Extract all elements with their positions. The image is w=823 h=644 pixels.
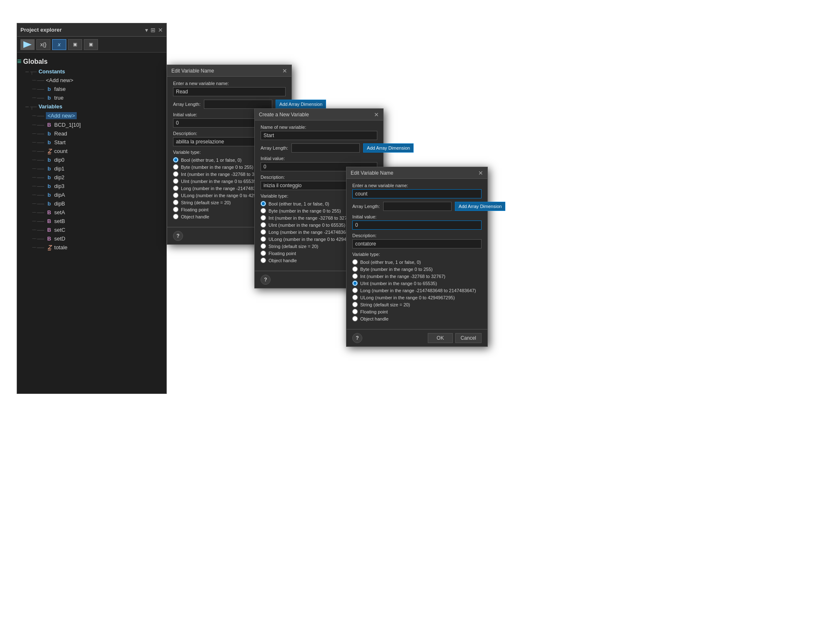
var-setD[interactable]: ┄┄ ── B setD (17, 234, 166, 243)
dialog3-radio-string-input[interactable] (352, 302, 358, 307)
dialog2-radio-byte-input[interactable] (261, 208, 266, 213)
dialog3-radio-ulong[interactable]: ULong (number in the range 0 to 42949672… (352, 294, 482, 301)
var-setC[interactable]: ┄┄ ── B setC (17, 226, 166, 234)
dialog1-radio-long-input[interactable] (173, 185, 178, 191)
dialog1-radio-uint-input[interactable] (173, 178, 178, 184)
dialog2-radio-string-label: String (default size = 20) (268, 244, 319, 249)
add-new-variables[interactable]: ┄┄ ── <Add new> (17, 111, 166, 120)
constants-label: Constants (38, 68, 65, 75)
tree-dash: ── (37, 245, 44, 251)
dialog3-radio-object[interactable]: Object handle (352, 315, 482, 322)
dialog3-radio-float[interactable]: Floating point (352, 308, 482, 315)
dialog3-radio-int[interactable]: Int (number in the range -32768 to 32767… (352, 273, 482, 280)
dialog1-varname-input[interactable] (173, 87, 286, 96)
constants-section[interactable]: ─ ┬─ Constants (17, 67, 166, 76)
dialog3-radio-float-input[interactable] (352, 309, 358, 314)
add-new-constants[interactable]: ┄┄ ── <Add new> (17, 76, 166, 85)
var-dip2[interactable]: ┄┄ ── b dip2 (17, 173, 166, 182)
dialog3-radio-long[interactable]: Long (number in the range -2147483648 to… (352, 287, 482, 294)
dialog1-radio-ulong-input[interactable] (173, 193, 178, 198)
dialog1-radio-float-input[interactable] (173, 207, 178, 212)
var-setA[interactable]: ┄┄ ── B setA (17, 208, 166, 217)
var-dipA[interactable]: ┄┄ ── b dipA (17, 190, 166, 199)
dialog3-radio-uint[interactable]: UInt (number in the range 0 to 65535) (352, 280, 482, 287)
var-totale[interactable]: ┄┄ ── Z̲ totale (17, 243, 166, 252)
dialog3-desc-input[interactable] (352, 239, 482, 248)
dialog2-add-array-btn[interactable]: Add Array Dimension (363, 143, 414, 153)
tree-minus-variables: ─ (25, 104, 29, 109)
dialog2-varname-input[interactable] (261, 131, 377, 140)
dialog3-help-btn[interactable]: ? (352, 333, 362, 343)
dialog3-radio-long-input[interactable] (352, 288, 358, 293)
pin-icon[interactable]: ⊞ (151, 27, 156, 33)
var-count[interactable]: ┄┄ ── Z̲ count (17, 147, 166, 155)
var-icon-count: Z̲ (46, 148, 53, 154)
dialog3-radio-byte-input[interactable] (352, 266, 358, 272)
var-dip0[interactable]: ┄┄ ── b dip0 (17, 155, 166, 164)
dialog1-radio-bool-input[interactable] (173, 157, 178, 163)
dialog1-array-input[interactable] (204, 100, 272, 109)
dialog1-close[interactable]: ✕ (282, 68, 287, 74)
dialog1-radio-float-label: Floating point (181, 207, 208, 212)
dialog2-radio-ulong-input[interactable] (261, 236, 266, 242)
dialog3-radio-bool-input[interactable] (352, 259, 358, 265)
dialog3-array-input[interactable] (383, 202, 452, 211)
dialog1-radio-byte-input[interactable] (173, 164, 178, 170)
dialog3-add-array-btn[interactable]: Add Array Dimension (455, 202, 505, 211)
dialog2-radio-uint-input[interactable] (261, 222, 266, 228)
dialog1-radio-object-input[interactable] (173, 214, 178, 219)
dialog3-initial-input[interactable] (352, 221, 482, 230)
dialog2-close[interactable]: ✕ (374, 111, 379, 118)
dialog2-help-btn[interactable]: ? (261, 275, 271, 285)
dialog3-radio-ulong-input[interactable] (352, 295, 358, 300)
close-icon[interactable]: ✕ (158, 27, 163, 33)
var-setA-label: setA (54, 209, 65, 216)
dialog2-radio-float-input[interactable] (261, 251, 266, 256)
dialog3-radio-uint-input[interactable] (352, 281, 358, 286)
dialog3-radio-object-input[interactable] (352, 316, 358, 321)
dialog1-radio-int-input[interactable] (173, 171, 178, 177)
tree-dash: ── (37, 192, 44, 198)
var-dipB[interactable]: ┄┄ ── b dipB (17, 199, 166, 208)
var-true[interactable]: ┄┄ ── b true (17, 93, 166, 102)
dialog3-cancel-btn[interactable]: Cancel (455, 333, 482, 343)
variables-section[interactable]: ─ ┬─ Variables (17, 102, 166, 111)
dialog3-radio-int-input[interactable] (352, 273, 358, 279)
dialog3-varname-input[interactable] (352, 189, 482, 198)
dialog2-radio-long-input[interactable] (261, 229, 266, 235)
var-read[interactable]: ┄┄ ── b Read (17, 129, 166, 138)
var-dip3[interactable]: ┄┄ ── b dip3 (17, 182, 166, 190)
dialog2-radio-object-input[interactable] (261, 258, 266, 263)
tool-btn-1[interactable] (20, 39, 35, 50)
dialog1-radio-string-input[interactable] (173, 200, 178, 205)
var-start[interactable]: ┄┄ ── b Start (17, 138, 166, 147)
dialog2-radio-string-input[interactable] (261, 243, 266, 249)
tree-dots: ┄┄ (32, 193, 35, 197)
tree-dash: ── (37, 218, 44, 224)
project-explorer-titlebar: Project explorer ▾ ⊞ ✕ (17, 23, 166, 37)
dialog2-radio-bool-input[interactable] (261, 201, 266, 206)
dialog2-array-input[interactable] (291, 143, 360, 153)
var-icon-dip2: b (46, 174, 53, 180)
dialog1-add-array-btn[interactable]: Add Array Dimension (276, 100, 326, 109)
tool-btn-2[interactable]: x{} (36, 39, 50, 50)
dialog2-radio-int-input[interactable] (261, 215, 266, 221)
dialog3-ok-btn[interactable]: OK (428, 333, 452, 343)
dialog3-radio-byte[interactable]: Byte (number in the range 0 to 255) (352, 266, 482, 273)
tree-dots: ┄┄ (32, 184, 35, 188)
dialog1-help-btn[interactable]: ? (173, 231, 183, 241)
tool-btn-3[interactable]: x (52, 39, 66, 50)
dialog3-radio-string[interactable]: String (default size = 20) (352, 301, 482, 308)
tree-dash: ── (37, 122, 44, 128)
dialog3-radio-bool[interactable]: Bool (either true, 1 or false, 0) (352, 258, 482, 266)
var-dip2-label: dip2 (54, 174, 65, 180)
var-bcd[interactable]: ┄┄ ── B BCD_1[10] (17, 120, 166, 129)
var-false[interactable]: ┄┄ ── b false (17, 85, 166, 93)
tool-btn-5[interactable]: ▣ (84, 39, 98, 50)
var-dip1[interactable]: ┄┄ ── b dip1 (17, 164, 166, 173)
globals-header[interactable]: ≡ Globals (17, 56, 166, 67)
var-setB[interactable]: ┄┄ ── B setB (17, 217, 166, 226)
dialog3-close[interactable]: ✕ (478, 170, 483, 176)
dropdown-icon[interactable]: ▾ (145, 27, 148, 33)
tool-btn-4[interactable]: ▣ (68, 39, 82, 50)
